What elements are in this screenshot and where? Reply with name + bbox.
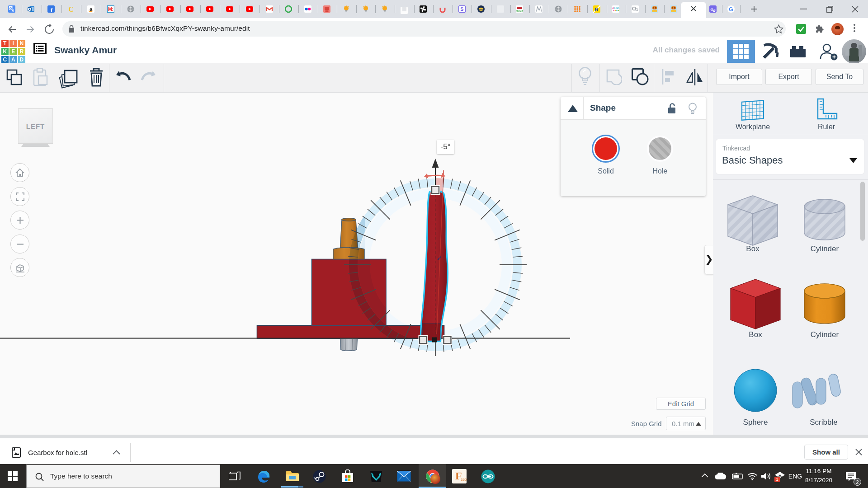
svg-text:C: C xyxy=(68,5,74,13)
svg-text:4KIDZ: 4KIDZ xyxy=(516,9,523,12)
svg-text:Cylinder: Cylinder xyxy=(811,244,839,253)
svg-text:S: S xyxy=(460,6,463,12)
svg-text:Cylinder: Cylinder xyxy=(811,330,839,339)
svg-text:M:: M: xyxy=(108,6,113,12)
svg-text:Sphere: Sphere xyxy=(743,418,768,427)
svg-text:Scribble: Scribble xyxy=(810,418,837,427)
svg-text:g: g xyxy=(12,8,14,12)
svg-text:a: a xyxy=(90,6,93,12)
svg-text:Box: Box xyxy=(749,330,762,339)
svg-text:R: R xyxy=(595,7,599,12)
svg-text:Box: Box xyxy=(746,244,760,253)
svg-text:G: G xyxy=(729,6,733,13)
svg-text:STEMA: STEMA xyxy=(612,6,619,9)
